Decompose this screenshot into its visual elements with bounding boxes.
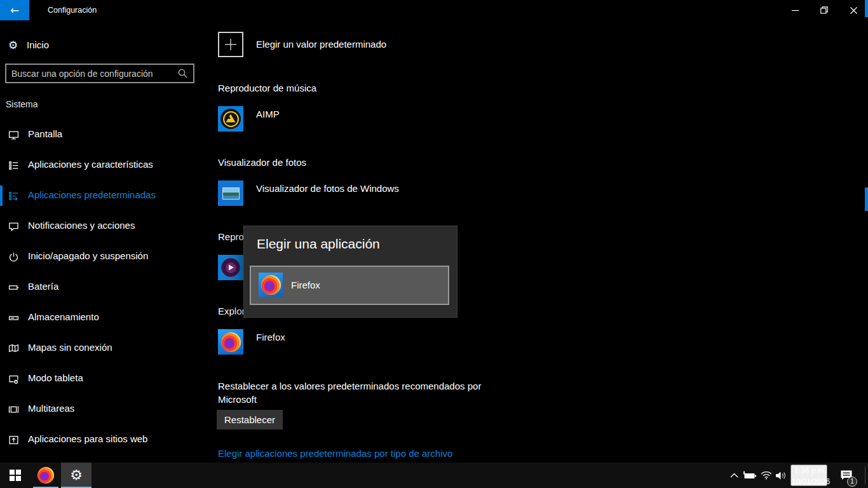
category-photo-viewer: Visualizador de fotos: [218, 157, 306, 168]
taskbar-firefox-button[interactable]: [31, 463, 61, 488]
tray-chevron-up-icon[interactable]: [727, 463, 741, 488]
popup-app-firefox[interactable]: Firefox: [250, 266, 449, 305]
sidebar-item-apps-features[interactable]: Aplicaciones y características: [0, 150, 202, 180]
sidebar-item-notifications[interactable]: Notificaciones y acciones: [0, 211, 202, 241]
photo-viewer-icon: [218, 180, 243, 206]
apps-features-icon: [8, 160, 19, 171]
search-icon: [177, 68, 188, 81]
reset-description: Restablecer a los valores predeterminado…: [218, 379, 485, 406]
video-player-icon: [218, 255, 243, 280]
category-music-player: Reproductor de música: [218, 83, 316, 93]
taskbar-clock[interactable]: 1:36 p.m. 10/01/2026: [790, 464, 827, 486]
storage-icon: [8, 313, 19, 323]
web-browser-app-button[interactable]: Firefox: [218, 329, 485, 355]
sidebar-item-display[interactable]: Pantalla: [0, 119, 202, 150]
sidebar-section-label: Sistema: [6, 99, 38, 109]
gear-icon: ⚙: [8, 39, 18, 51]
settings-sidebar: ⚙ Inicio Sistema Pantalla Aplicaciones y…: [0, 20, 202, 463]
choose-default-label: Elegir un valor predeterminado: [256, 39, 386, 50]
clock-time: 1:36 p.m.: [792, 466, 826, 477]
category-video-player: Repro: [218, 231, 244, 242]
choose-app-popup: Elegir una aplicación Firefox: [243, 226, 458, 318]
start-button[interactable]: [0, 463, 31, 488]
multitasking-icon: [8, 404, 19, 415]
restore-button[interactable]: [810, 0, 839, 20]
web-apps-icon: [8, 435, 19, 445]
music-player-app-button[interactable]: AIMP: [218, 106, 485, 132]
sidebar-item-home[interactable]: ⚙ Inicio: [0, 36, 202, 57]
default-apps-icon: [8, 191, 19, 201]
plus-icon: [224, 38, 237, 51]
sidebar-item-web-apps[interactable]: Aplicaciones para sitios web: [0, 424, 202, 455]
sidebar-item-default-apps[interactable]: Aplicaciones predeterminadas: [0, 180, 202, 211]
restore-icon: [820, 6, 828, 14]
search-input[interactable]: [11, 65, 170, 82]
back-button[interactable]: ←: [0, 0, 29, 20]
sidebar-nav: Pantalla Aplicaciones y características …: [0, 119, 202, 455]
selected-indicator: [0, 186, 3, 206]
choose-default-button[interactable]: [218, 32, 243, 57]
taskbar: ⚙ 1:36 p.m. 10/01/2026 1: [0, 463, 868, 488]
tablet-mode-icon: [8, 374, 19, 384]
sidebar-item-offline-maps[interactable]: Mapas sin conexión: [0, 333, 202, 363]
display-icon: [8, 130, 19, 140]
battery-icon: [8, 282, 19, 293]
gear-icon: ⚙: [70, 463, 83, 488]
photo-viewer-app-button[interactable]: Visualizador de fotos de Windows: [218, 180, 485, 206]
titlebar: ← Configuración: [0, 0, 868, 20]
scrollbar-top-mark[interactable]: [865, 0, 868, 17]
firefox-icon: [37, 467, 54, 484]
taskbar-settings-button[interactable]: ⚙: [61, 463, 92, 488]
scrollbar-thumb[interactable]: [865, 187, 868, 211]
desktop-screen: ← Configuración ⚙ Inicio Sistema: [0, 0, 868, 488]
sidebar-item-tablet-mode[interactable]: Modo tableta: [0, 363, 202, 394]
sidebar-item-battery[interactable]: Batería: [0, 272, 202, 302]
firefox-icon: [218, 329, 243, 355]
notifications-icon: [8, 221, 19, 232]
close-icon: [850, 7, 857, 14]
minimize-icon: [792, 7, 799, 14]
home-label: Inicio: [27, 39, 49, 50]
popup-title: Elegir una aplicación: [257, 236, 380, 252]
tray-volume-icon[interactable]: [773, 463, 789, 488]
close-button[interactable]: [839, 0, 868, 20]
minimize-button[interactable]: [780, 0, 810, 20]
category-web-browser: Explor: [218, 306, 245, 316]
window-title: Configuración: [48, 0, 97, 20]
aimp-icon: [218, 106, 243, 132]
windows-logo-icon: [10, 470, 21, 481]
reset-button[interactable]: Restablecer: [217, 410, 283, 430]
tray-battery-icon[interactable]: [742, 463, 757, 488]
firefox-icon: [259, 273, 283, 297]
tray-wifi-icon[interactable]: [759, 463, 774, 488]
clock-date: 10/01/2026: [792, 477, 826, 487]
choose-by-filetype-link[interactable]: Elegir aplicaciones predeterminadas por …: [218, 448, 452, 459]
sidebar-item-power-sleep[interactable]: Inicio/apagado y suspensión: [0, 241, 202, 272]
sidebar-item-storage[interactable]: Almacenamiento: [0, 302, 202, 333]
window-controls: [780, 0, 868, 20]
action-center-button[interactable]: 1: [834, 463, 859, 488]
settings-search-box: [5, 64, 194, 83]
power-icon: [8, 252, 19, 262]
show-desktop-divider[interactable]: [865, 466, 865, 484]
offline-maps-icon: [8, 343, 19, 354]
sidebar-item-multitasking[interactable]: Multitareas: [0, 394, 202, 424]
notification-badge: 1: [847, 477, 857, 487]
